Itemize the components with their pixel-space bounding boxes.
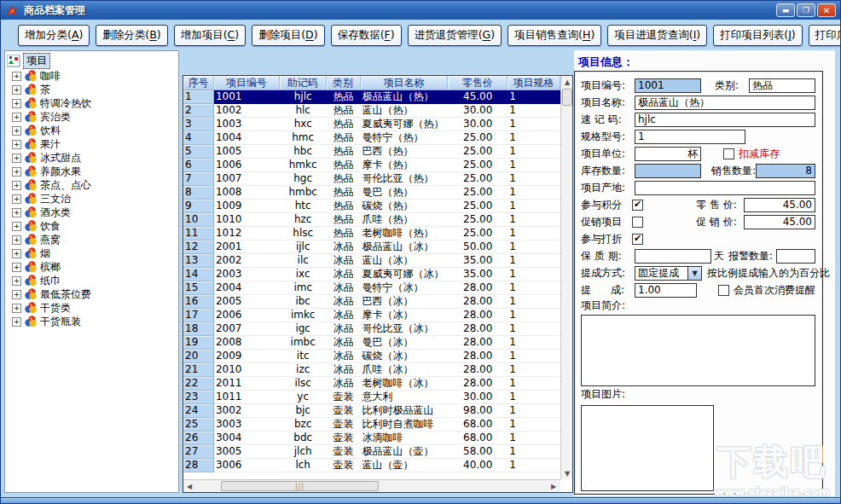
- table-cell[interactable]: 16: [183, 295, 214, 309]
- tree-item-15[interactable]: +槟榔: [7, 260, 178, 274]
- table-cell[interactable]: imc: [280, 281, 327, 295]
- tree-item-3[interactable]: +特调冷热饮: [7, 96, 178, 110]
- table-cell[interactable]: hmkc: [280, 159, 327, 172]
- table-cell[interactable]: 1: [508, 377, 560, 391]
- toolbar-button-G[interactable]: 进货退货管理(G): [408, 25, 502, 46]
- table-cell[interactable]: 1011: [214, 391, 280, 404]
- expand-icon[interactable]: +: [12, 85, 21, 95]
- toolbar-button-B[interactable]: 删除分类(B): [96, 25, 167, 46]
- table-cell[interactable]: 1: [508, 404, 560, 418]
- table-cell[interactable]: 1008: [214, 186, 280, 200]
- table-cell[interactable]: 3006: [214, 459, 280, 472]
- table-cell[interactable]: 19: [183, 336, 214, 350]
- table-cell[interactable]: 98.00: [448, 404, 508, 418]
- table-cell[interactable]: 1: [508, 90, 560, 104]
- tree-item-5[interactable]: +饮料: [7, 124, 178, 137]
- table-cell[interactable]: yc: [280, 391, 327, 404]
- tree-item-label[interactable]: 饮食: [40, 219, 61, 234]
- table-row[interactable]: 31003hxc热品夏威夷可娜（热）30.001: [183, 118, 560, 131]
- table-cell[interactable]: 极品蓝山（热）: [361, 90, 449, 104]
- column-header-1[interactable]: 项目编号: [214, 76, 280, 90]
- tree-item-8[interactable]: +养颜水果: [7, 165, 178, 178]
- table-cell[interactable]: 23: [183, 391, 214, 404]
- table-cell[interactable]: 68.00: [448, 432, 508, 445]
- expand-icon[interactable]: +: [12, 249, 21, 258]
- table-row[interactable]: 11001hjlc热品极品蓝山（热）45.001: [183, 90, 560, 104]
- table-cell[interactable]: 热品: [327, 200, 361, 213]
- member-remind-checkbox[interactable]: [718, 285, 729, 296]
- tree-item-label[interactable]: 冰式甜点: [40, 151, 81, 165]
- table-cell[interactable]: 30.00: [448, 391, 508, 404]
- table-cell[interactable]: 壶装: [327, 418, 361, 432]
- spec-input[interactable]: 1: [635, 130, 745, 144]
- table-cell[interactable]: 冰品: [327, 268, 361, 281]
- table-cell[interactable]: 冰品: [327, 309, 361, 322]
- table-cell[interactable]: 4: [183, 131, 214, 145]
- mnemonic-input[interactable]: hjlc: [635, 113, 815, 127]
- scroll-up-icon[interactable]: ▲: [561, 76, 573, 88]
- commission-mode-select[interactable]: 固定提成 ▼: [635, 266, 702, 281]
- table-cell[interactable]: 蓝山（冰）: [361, 254, 449, 268]
- table-cell[interactable]: 1005: [214, 145, 280, 159]
- table-cell[interactable]: 1002: [214, 104, 280, 118]
- table-cell[interactable]: 28.00: [448, 295, 508, 309]
- table-cell[interactable]: 2006: [214, 309, 280, 322]
- expand-icon[interactable]: +: [12, 290, 21, 299]
- toolbar-button-J[interactable]: 打印项目列表(J): [713, 25, 802, 46]
- table-cell[interactable]: 15: [183, 281, 214, 295]
- table-cell[interactable]: 21: [183, 363, 214, 377]
- table-cell[interactable]: 1003: [214, 118, 280, 131]
- table-cell[interactable]: hzc: [280, 213, 327, 227]
- table-cell[interactable]: 6: [183, 159, 214, 172]
- tree-item-10[interactable]: +三文治: [7, 192, 178, 206]
- table-cell[interactable]: 冰品: [327, 240, 361, 254]
- table-cell[interactable]: 27: [183, 445, 214, 459]
- table-cell[interactable]: 热品: [327, 145, 361, 159]
- table-cell[interactable]: 热品: [327, 227, 361, 240]
- table-cell[interactable]: 冰品: [327, 254, 361, 268]
- table-cell[interactable]: ibc: [280, 295, 327, 309]
- table-cell[interactable]: 冰品: [327, 350, 361, 363]
- table-cell[interactable]: 冰滴咖啡: [361, 432, 449, 445]
- table-cell[interactable]: 3004: [214, 432, 280, 445]
- table-cell[interactable]: hlc: [280, 104, 327, 118]
- table-cell[interactable]: ijlc: [280, 240, 327, 254]
- toolbar-button-K[interactable]: 打印库存(K): [809, 25, 841, 46]
- table-row[interactable]: 51005hbc热品巴西（热）25.001: [183, 145, 560, 159]
- table-cell[interactable]: 热品: [327, 186, 361, 200]
- table-cell[interactable]: 冰品: [327, 322, 361, 336]
- table-cell[interactable]: 壶装: [327, 391, 361, 404]
- tree-item-label[interactable]: 槟榔: [40, 260, 61, 275]
- table-cell[interactable]: 68.00: [448, 418, 508, 432]
- table-cell[interactable]: 35.00: [448, 268, 508, 281]
- column-header-3[interactable]: 类别: [327, 76, 361, 90]
- table-cell[interactable]: 壶装: [327, 432, 361, 445]
- expand-icon[interactable]: +: [12, 276, 21, 286]
- table-cell[interactable]: 1004: [214, 131, 280, 145]
- tree-item-12[interactable]: +饮食: [7, 219, 178, 233]
- table-cell[interactable]: ilsc: [280, 377, 327, 391]
- table-cell[interactable]: 22: [183, 377, 214, 391]
- tree-item-label[interactable]: 果汁: [40, 137, 61, 152]
- toolbar-button-D[interactable]: 删除项目(D): [252, 25, 324, 46]
- item-name-input[interactable]: 极品蓝山（热）: [635, 96, 815, 110]
- table-cell[interactable]: 1: [508, 240, 560, 254]
- table-row[interactable]: 222011ilsc冰品老树咖啡（冰）28.001: [183, 377, 560, 391]
- table-cell[interactable]: 25.00: [448, 159, 508, 172]
- table-cell[interactable]: 1: [183, 90, 214, 104]
- table-cell[interactable]: 3005: [214, 445, 280, 459]
- table-cell[interactable]: 25.00: [448, 131, 508, 145]
- table-cell[interactable]: 2011: [214, 377, 280, 391]
- tree-item-7[interactable]: +冰式甜点: [7, 151, 178, 165]
- table-cell[interactable]: 壶装: [327, 445, 361, 459]
- tree-item-label[interactable]: 咖啡: [40, 69, 61, 84]
- table-cell[interactable]: 3: [183, 118, 214, 131]
- alarm-qty-input[interactable]: [776, 249, 815, 264]
- table-cell[interactable]: 3003: [214, 418, 280, 432]
- table-cell[interactable]: 12: [183, 240, 214, 254]
- table-cell[interactable]: 1: [508, 336, 560, 350]
- table-row[interactable]: 273005jlch壶装极品蓝山（壶）58.001: [183, 445, 560, 459]
- expand-icon[interactable]: +: [12, 126, 21, 136]
- table-cell[interactable]: 2005: [214, 295, 280, 309]
- tree-item-4[interactable]: +宾治类: [7, 110, 178, 124]
